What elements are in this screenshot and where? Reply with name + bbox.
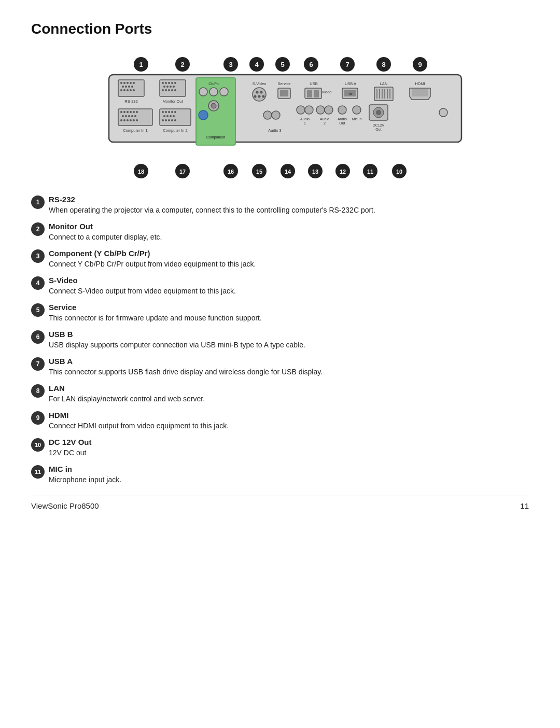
svg-point-24 <box>133 82 135 84</box>
svg-point-49 <box>174 89 176 91</box>
port-item-8: 8 LAN For LAN display/network control an… <box>31 384 529 404</box>
svg-text:1: 1 <box>139 61 143 68</box>
brand-model: Pro8500 <box>67 501 99 510</box>
svg-text:Mic In: Mic In <box>352 117 362 121</box>
brand-name: ViewSonic <box>31 501 67 510</box>
svg-rect-69 <box>280 90 288 96</box>
port-title-1: RS-232 <box>49 195 529 204</box>
svg-point-118 <box>162 119 164 121</box>
svg-point-120 <box>168 119 170 121</box>
svg-text:2: 2 <box>324 121 326 125</box>
svg-text:11: 11 <box>367 169 373 175</box>
svg-text:18: 18 <box>138 169 144 175</box>
svg-point-38 <box>168 82 170 84</box>
svg-point-101 <box>120 119 122 121</box>
svg-point-58 <box>199 110 208 120</box>
svg-point-127 <box>297 106 305 114</box>
port-content-4: S-Video Connect S-Video output from vide… <box>49 276 529 297</box>
port-content-2: Monitor Out Connect to a computer displa… <box>49 222 529 243</box>
svg-point-46 <box>165 89 167 91</box>
svg-text:15: 15 <box>256 169 262 175</box>
svg-point-135 <box>338 106 346 114</box>
svg-point-25 <box>122 86 124 88</box>
svg-point-20 <box>120 82 122 84</box>
svg-point-100 <box>134 115 136 117</box>
svg-text:Audio: Audio <box>338 117 347 121</box>
svg-point-32 <box>130 89 132 91</box>
connection-diagram: 1 2 3 4 5 6 7 8 9 <box>83 53 477 183</box>
port-desc-4: Connect S-Video output from video equipm… <box>49 286 529 297</box>
svg-point-30 <box>123 89 125 91</box>
svg-point-99 <box>131 115 133 117</box>
svg-text:1: 1 <box>304 121 306 125</box>
svg-text:Audio 3: Audio 3 <box>268 128 281 133</box>
svg-text:6: 6 <box>309 61 313 68</box>
svg-point-126 <box>272 111 280 119</box>
svg-text:14: 14 <box>285 169 291 175</box>
page-title: Connection Ports <box>31 21 529 37</box>
svg-point-22 <box>127 82 129 84</box>
svg-text:4: 4 <box>255 61 259 68</box>
svg-point-138 <box>353 106 361 114</box>
port-badge-4: 4 <box>31 276 45 290</box>
port-title-7: USB A <box>49 357 529 366</box>
port-item-9: 9 HDMI Connect HDMI output from video eq… <box>31 411 529 431</box>
port-desc-10: 12V DC out <box>49 447 529 458</box>
svg-point-29 <box>120 89 122 91</box>
port-badge-1: 1 <box>31 195 45 209</box>
footer-brand: ViewSonic Pro8500 <box>31 501 99 510</box>
svg-point-117 <box>173 115 175 117</box>
svg-point-125 <box>263 111 272 119</box>
svg-point-142 <box>376 110 381 115</box>
port-title-5: Service <box>49 303 529 312</box>
port-title-10: DC 12V Out <box>49 438 529 446</box>
port-desc-3: Connect Y Cb/Pb Cr/Pr output from video … <box>49 259 529 270</box>
svg-point-28 <box>131 86 133 88</box>
port-desc-2: Connect to a computer display, etc. <box>49 232 529 243</box>
svg-text:DC12V: DC12V <box>373 123 385 127</box>
port-badge-11: 11 <box>31 465 45 479</box>
svg-point-43 <box>170 86 172 88</box>
svg-text:Audio: Audio <box>320 117 329 121</box>
port-content-7: USB A This connector supports USB flash … <box>49 357 529 377</box>
svg-point-106 <box>136 119 138 121</box>
svg-point-42 <box>166 86 169 88</box>
port-title-4: S-Video <box>49 276 529 285</box>
svg-text:Out: Out <box>339 121 345 125</box>
port-desc-1: When operating the projector via a compu… <box>49 205 529 216</box>
port-badge-5: 5 <box>31 303 45 317</box>
svg-point-113 <box>174 111 176 113</box>
port-item-3: 3 Component (Y Cb/Pb Cr/Pr) Connect Y Cb… <box>31 249 529 270</box>
port-item-10: 10 DC 12V Out 12V DC out <box>31 438 529 458</box>
svg-text:Audio: Audio <box>300 117 310 121</box>
svg-rect-73 <box>314 90 319 97</box>
svg-text:Out: Out <box>375 128 381 131</box>
svg-text:S-Video: S-Video <box>253 81 267 86</box>
svg-point-37 <box>165 82 167 84</box>
svg-point-103 <box>127 119 129 121</box>
port-badge-10: 10 <box>31 438 45 452</box>
svg-text:⇄: ⇄ <box>349 92 353 96</box>
page-footer: ViewSonic Pro8500 11 <box>31 496 529 510</box>
svg-point-63 <box>260 91 263 94</box>
svg-text:3: 3 <box>229 61 232 68</box>
svg-point-44 <box>173 86 175 88</box>
port-badge-7: 7 <box>31 357 45 371</box>
port-desc-6: USB display supports computer connection… <box>49 340 529 351</box>
port-title-3: Component (Y Cb/Pb Cr/Pr) <box>49 249 529 258</box>
port-badge-8: 8 <box>31 384 45 398</box>
port-desc-7: This connector supports USB flash drive … <box>49 367 529 377</box>
svg-point-145 <box>439 108 447 117</box>
footer-page-number: 11 <box>520 501 529 510</box>
svg-point-109 <box>162 111 164 113</box>
diagram-container: 1 2 3 4 5 6 7 8 9 <box>31 53 529 183</box>
port-desc-11: Microphone input jack. <box>49 474 529 485</box>
svg-text:9: 9 <box>418 61 422 68</box>
svg-point-33 <box>133 89 135 91</box>
svg-text:12: 12 <box>340 169 346 175</box>
svg-rect-72 <box>307 90 312 97</box>
svg-point-40 <box>174 82 176 84</box>
port-content-3: Component (Y Cb/Pb Cr/Pr) Connect Y Cb/P… <box>49 249 529 270</box>
svg-point-98 <box>128 115 130 117</box>
port-badge-3: 3 <box>31 249 45 263</box>
